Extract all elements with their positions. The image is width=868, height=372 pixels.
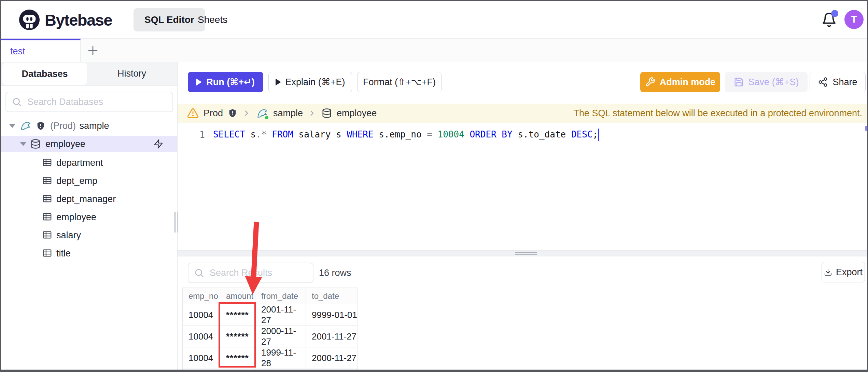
- chevron-right-icon: [310, 110, 315, 117]
- sidebar-tab-databases[interactable]: Databases: [2, 63, 87, 85]
- result-table-header-row: emp_noamountfrom_dateto_date: [183, 288, 358, 304]
- sql-line-1: 1 SELECT s.* FROM salary s WHERE s.emp_n…: [178, 128, 867, 142]
- results-search-input[interactable]: [209, 267, 307, 279]
- database-search-input[interactable]: [27, 96, 167, 108]
- save-button[interactable]: Save (⌘+S): [725, 72, 808, 92]
- table-icon: [42, 157, 52, 169]
- table-icon: [42, 212, 52, 223]
- cell[interactable]: 2001-11-27: [306, 326, 358, 347]
- brand-name: Bytebase: [45, 1, 112, 39]
- admin-mode-button[interactable]: Admin mode: [640, 72, 720, 92]
- warning-triangle-icon: [187, 107, 199, 119]
- bytebase-logo-icon[interactable]: [19, 9, 40, 30]
- sql-editor[interactable]: 1 SELECT s.* FROM salary s WHERE s.emp_n…: [178, 123, 867, 250]
- protected-environment-banner: Prod sample: [178, 104, 867, 123]
- notification-bell-icon[interactable]: [821, 12, 837, 28]
- breadcrumb-instance[interactable]: sample: [273, 108, 303, 119]
- table-icon: [42, 175, 52, 187]
- table-row: 10004******1998-11-281999-11-28: [183, 369, 358, 372]
- table-icon: [42, 194, 52, 205]
- add-tab-button[interactable]: [81, 39, 105, 62]
- user-avatar[interactable]: T: [844, 10, 864, 29]
- cell[interactable]: ******: [220, 369, 255, 372]
- result-table: emp_noamountfrom_dateto_date 10004******…: [182, 288, 358, 372]
- tree-node-table-dept_emp[interactable]: dept_emp: [1, 172, 177, 190]
- cell[interactable]: 10004: [183, 347, 220, 369]
- column-header-emp_no[interactable]: emp_no: [183, 288, 220, 304]
- table-name-label: title: [56, 248, 71, 259]
- editor-cursor: [598, 129, 599, 141]
- sidebar-tabs: Databases History: [1, 62, 177, 86]
- database-icon: [322, 108, 332, 118]
- cell[interactable]: 10004: [183, 326, 220, 347]
- sidebar: Databases History: [1, 62, 178, 370]
- tree-node-database-employee[interactable]: employee: [1, 136, 177, 152]
- bytebase-sql-editor-window: Bytebase SQL Editor Sheets T test Databa…: [0, 0, 868, 372]
- column-header-to_date[interactable]: to_date: [306, 288, 358, 304]
- cell[interactable]: 10004: [183, 369, 220, 372]
- chevron-right-icon: [244, 110, 249, 117]
- mysql-icon: [19, 120, 32, 132]
- shield-icon: [36, 121, 45, 131]
- row-count: 16 rows: [319, 263, 351, 283]
- lightning-icon[interactable]: [153, 139, 164, 149]
- wrench-icon: [645, 77, 655, 87]
- results-search[interactable]: [188, 263, 313, 283]
- tree-node-table-department[interactable]: department: [1, 154, 177, 172]
- instance-name-label: sample: [79, 121, 109, 131]
- cell[interactable]: 2001-11-27: [255, 304, 306, 326]
- tree-node-table-salary[interactable]: salary: [1, 226, 177, 244]
- cell[interactable]: 2000-11-27: [306, 347, 358, 369]
- editor-scrollbar[interactable]: [865, 123, 865, 250]
- tree-node-instance[interactable]: (Prod) sample: [1, 118, 177, 134]
- table-name-label: dept_manager: [56, 194, 116, 204]
- export-button[interactable]: Export: [822, 262, 865, 282]
- search-icon: [12, 97, 22, 107]
- cell[interactable]: 1998-11-28: [255, 369, 306, 372]
- run-button[interactable]: Run (⌘+↵): [188, 72, 263, 92]
- protected-environment-warning: The SQL statement below will be executed…: [574, 108, 862, 119]
- column-header-amount[interactable]: amount: [220, 288, 255, 304]
- table-icon: [42, 248, 52, 260]
- top-bar: Bytebase SQL Editor Sheets T: [1, 1, 867, 39]
- connection-status-dot: [264, 115, 269, 120]
- table-name-label: dept_emp: [56, 176, 97, 186]
- tree-node-table-title[interactable]: title: [1, 244, 177, 263]
- save-icon: [734, 77, 744, 87]
- table-name-label: salary: [56, 230, 81, 241]
- plus-icon: [87, 44, 99, 57]
- worksheet-tab-strip: test: [1, 39, 867, 62]
- cell[interactable]: 1999-11-28: [306, 369, 358, 372]
- breadcrumb-environment[interactable]: Prod: [204, 108, 223, 119]
- table-name-label: employee: [56, 212, 96, 223]
- caret-down-icon[interactable]: [9, 124, 15, 128]
- divider-grip-icon[interactable]: [515, 252, 537, 255]
- main-pane: Run (⌘+↵) Explain (⌘+E) Format (⇧+⌥+F) A…: [178, 62, 867, 370]
- breadcrumb-database[interactable]: employee: [337, 108, 377, 119]
- table-name-label: department: [56, 158, 103, 168]
- tab-test[interactable]: test: [1, 39, 81, 62]
- nav-sql-editor[interactable]: SQL Editor: [134, 8, 205, 31]
- cell[interactable]: 1999-11-28: [255, 347, 306, 369]
- line-number: 1: [178, 130, 205, 140]
- sidebar-tab-history[interactable]: History: [87, 62, 177, 85]
- breadcrumb: Prod sample: [187, 107, 377, 119]
- share-button[interactable]: Share: [810, 72, 866, 92]
- results-panel: 16 rows Export emp_noamountfrom_dateto_d…: [178, 256, 867, 370]
- tree-node-table-dept_manager[interactable]: dept_manager: [1, 190, 177, 208]
- cell[interactable]: 10004: [183, 304, 220, 326]
- table-row: 10004******2000-11-272001-11-27: [183, 326, 358, 347]
- caret-down-icon[interactable]: [20, 142, 26, 146]
- database-search[interactable]: [5, 92, 173, 112]
- table-icon: [42, 230, 52, 241]
- table-row: 10004******1999-11-282000-11-27: [183, 347, 358, 369]
- pane-divider[interactable]: [178, 250, 867, 256]
- explain-button[interactable]: Explain (⌘+E): [268, 72, 352, 92]
- notification-badge: [831, 10, 838, 17]
- cell[interactable]: 9999-01-01: [306, 304, 358, 326]
- nav-sheets[interactable]: Sheets: [196, 1, 229, 39]
- format-button[interactable]: Format (⇧+⌥+F): [357, 72, 442, 92]
- column-header-from_date[interactable]: from_date: [255, 288, 306, 304]
- cell[interactable]: 2000-11-27: [255, 326, 306, 347]
- tree-node-table-employee[interactable]: employee: [1, 208, 177, 226]
